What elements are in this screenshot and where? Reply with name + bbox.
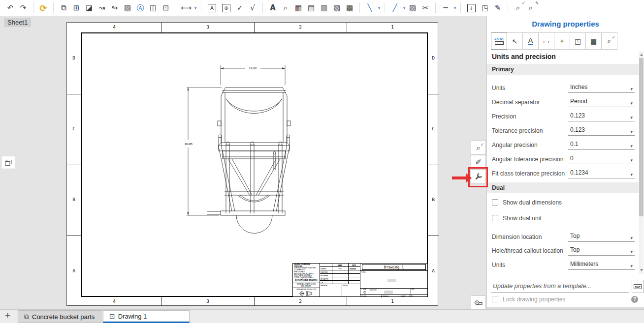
add-tab-button[interactable]: +	[5, 310, 10, 321]
decimal-separator-row: Decimal separator Period	[487, 95, 639, 109]
trim-entities-icon[interactable]: ✂	[419, 2, 431, 14]
show-dual-unit-checkbox[interactable]	[492, 215, 498, 221]
geometric-tolerance-icon[interactable]: ⊕	[222, 4, 230, 12]
zone-tick	[67, 94, 81, 94]
dual-units-select[interactable]: Millimeters	[568, 259, 635, 270]
toolbar-divider	[53, 2, 54, 13]
table-icon[interactable]: ▦	[292, 2, 304, 14]
callout-shape-icon: ▭	[543, 37, 549, 45]
dimension-location-row: Dimension location Top	[487, 230, 639, 244]
tolerance-precision-select[interactable]: 0.123	[568, 125, 635, 136]
scroll-up-icon[interactable]	[640, 54, 643, 56]
redo-icon[interactable]: ↷	[17, 2, 29, 14]
scroll-down-icon[interactable]	[640, 269, 643, 271]
break-view-icon[interactable]: ◫	[147, 2, 159, 14]
insert-view-icon[interactable]: ⧉	[58, 2, 69, 14]
tab-tables[interactable]: ▦	[585, 32, 602, 50]
text-icon: A	[528, 37, 533, 45]
sketch-icon[interactable]: ✎	[492, 2, 504, 14]
height-dimension-value[interactable]: 38.455	[185, 143, 193, 146]
checked-dimension-icon[interactable]: ✓	[234, 2, 246, 14]
show-dimensions-icon[interactable]: ⌕	[512, 2, 524, 14]
cut-list-table-icon[interactable]: ▩	[344, 2, 355, 14]
datum-icon[interactable]: A	[208, 4, 216, 12]
tab-drawing-1[interactable]: ⊡ Drawing 1	[103, 310, 190, 323]
zone-col-label: 1	[387, 24, 397, 29]
sheet-properties-icon[interactable]: ⊞	[70, 2, 82, 14]
broken-out-section-icon[interactable]: ▨	[122, 2, 133, 14]
hatch-icon[interactable]: ▨	[407, 2, 419, 14]
show-dual-dimensions-checkbox[interactable]	[492, 199, 498, 206]
lock-drawing-properties-checkbox[interactable]	[492, 296, 498, 302]
drawing-properties-panel: Drawing properties +0.01 ↖ A ▭ ⌖ ◳ ▦ ⌕ U…	[486, 16, 644, 309]
surface-finish-icon[interactable]: √	[247, 2, 258, 14]
front-view-concrete-bucket[interactable]: 19.600 38.455	[179, 59, 317, 236]
hole-table-icon[interactable]: ▥	[318, 2, 330, 14]
do-not-scale-note: DO NOT SCALE DRAWING	[293, 278, 320, 283]
tab-dimensions[interactable]: ↖	[507, 32, 523, 50]
angular-tolerance-precision-select[interactable]: 0	[568, 153, 635, 164]
bom-table-icon[interactable]: ▤	[305, 2, 317, 14]
angular-precision-select[interactable]: 0.1	[568, 139, 635, 150]
section-view-icon[interactable]: ↬	[109, 2, 121, 14]
zone-tick	[161, 297, 162, 306]
revision-table-icon[interactable]: ▧	[331, 2, 343, 14]
drawing-sheet[interactable]: 4 3 2 1 4 3 2 1 D C B A D C B A	[66, 22, 438, 306]
hole-thread-callout-location-select[interactable]: Top	[568, 245, 635, 256]
line-style-icon[interactable]: ─	[440, 2, 451, 14]
angular-precision-row: Angular precision 0.1	[487, 138, 639, 152]
onshape-drawing-app: { "toolbar": { "icons": [ {"name":"undo"…	[0, 0, 644, 323]
zone-tick	[428, 94, 439, 94]
title-value-placeholder[interactable]: ----	[387, 279, 396, 282]
insert-image-icon[interactable]: ◳	[479, 2, 491, 14]
toolbar-divider	[508, 2, 508, 13]
sheets-panel-button[interactable]	[1, 156, 15, 169]
centermark-icon[interactable]: ╱	[389, 2, 401, 14]
decimal-separator-select[interactable]: Period	[568, 96, 635, 107]
fit-class-tolerance-precision-select[interactable]: 0.1234	[568, 168, 635, 178]
projected-view-icon[interactable]: ◪	[83, 2, 95, 14]
zone-col-label: 4	[109, 298, 119, 304]
hide-dimensions-icon[interactable]: ⌕	[525, 2, 537, 14]
dwg-no-placeholder[interactable]: ----	[384, 291, 393, 294]
drawing-title[interactable]: Drawing 1	[362, 264, 426, 270]
toolbar-divider	[33, 2, 33, 13]
tab-concrete-bucket-parts[interactable]: ⧉ Concrete bucket parts	[18, 310, 102, 323]
drawing-canvas[interactable]: Sheet1 4 3 2 1 4 3 2 1 D C B A D C B A	[0, 16, 486, 309]
panel-scrollbar-thumb[interactable]	[639, 58, 644, 216]
tab-callouts[interactable]: ▭	[538, 32, 554, 50]
units-select[interactable]: Inches	[568, 82, 635, 93]
update-views-icon[interactable]: ⟳	[37, 2, 49, 14]
zone-col-label: 3	[203, 24, 213, 29]
zone-tick	[254, 297, 255, 306]
zone-tick	[428, 165, 439, 165]
tab-validation[interactable]: ⌕	[601, 32, 617, 50]
dimension-icon[interactable]: ⟷	[180, 2, 192, 14]
tab-units-precision[interactable]: +0.01	[491, 32, 507, 50]
dimension-properties-button[interactable]: ⌕	[471, 141, 486, 155]
callout-icon[interactable]: ⌕	[280, 2, 291, 14]
import-dwt-button[interactable]: DWT	[632, 280, 644, 293]
main-toolbar: ↶ ↷ ⟳ ⧉ ⊞ ◪ ↝ ↬ ▨ Ⓐ ◫ ⊡ ⟷ A ⊕ ✓ √ A ⌕ ▦ …	[0, 0, 644, 16]
centerline-icon[interactable]: ╲	[364, 2, 376, 14]
undo-icon[interactable]: ↶	[4, 2, 16, 14]
auxiliary-view-icon[interactable]: ↝	[96, 2, 108, 14]
dimension-lines	[187, 65, 285, 215]
help-icon[interactable]: ?	[631, 296, 638, 303]
crop-view-icon[interactable]: ⊡	[160, 2, 172, 14]
tab-views[interactable]: ◳	[570, 32, 586, 50]
update-from-template-field[interactable]: Update properties from a template...	[491, 280, 629, 293]
width-dimension-value[interactable]: 19.600	[249, 67, 257, 70]
dimension-location-select[interactable]: Top	[568, 231, 635, 242]
tab-dimension-placement[interactable]: ⌖	[554, 32, 570, 50]
precision-select[interactable]: 0.123	[568, 111, 635, 121]
note-icon[interactable]: A	[267, 2, 279, 14]
sheet-size: C	[360, 291, 369, 294]
meas ure-button[interactable]	[471, 295, 486, 310]
export-dxf-icon[interactable]: ⇓	[467, 4, 476, 12]
toolbar-divider	[435, 2, 436, 13]
tab-text[interactable]: A	[522, 32, 539, 50]
precision-row: Precision 0.123	[487, 109, 639, 123]
drawing-icon: ⊡	[109, 312, 115, 320]
detail-view-icon[interactable]: Ⓐ	[134, 2, 146, 14]
